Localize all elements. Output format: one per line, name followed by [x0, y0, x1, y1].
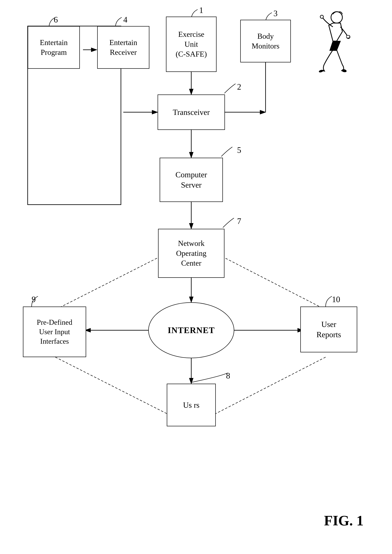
number-6: 6 [54, 15, 58, 24]
number-7: 7 [237, 216, 241, 226]
user-reports-box: UserReports [300, 306, 357, 352]
dot-noc-userreports [215, 253, 326, 310]
dot-noc-predefined [55, 253, 168, 310]
internet-ellipse: INTERNET [148, 302, 234, 358]
callout-10 [326, 296, 332, 306]
users-label: Us rs [183, 400, 199, 410]
body-monitors-box: BodyMonitors [240, 20, 291, 62]
number-9: 9 [32, 295, 36, 304]
exercise-unit-label: ExerciseUnit(C-SAFE) [176, 29, 207, 59]
svg-point-2 [331, 12, 342, 23]
number-5: 5 [237, 145, 241, 155]
entertain-receiver-box: EntertainReceiver [97, 26, 149, 69]
entertain-program-label: Entertain Program [28, 38, 79, 57]
body-monitors-label: BodyMonitors [252, 31, 280, 51]
transceiver-box: Transceiver [158, 95, 225, 130]
callout-7 [223, 218, 234, 228]
callout-5 [221, 147, 232, 156]
computer-server-box: ComputerServer [160, 158, 223, 202]
exercise-unit-box: ExerciseUnit(C-SAFE) [166, 17, 217, 72]
users-box: Us rs [167, 384, 216, 426]
network-operating-center-box: NetworkOperatingCenter [158, 229, 224, 278]
svg-rect-6 [346, 35, 350, 38]
transceiver-label: Transceiver [173, 107, 210, 118]
diagram-container: Entertain Program 6 EntertainReceiver 4 … [0, 0, 392, 554]
number-3: 3 [273, 9, 278, 18]
dot-predefined-users [55, 357, 168, 414]
network-operating-center-label: NetworkOperatingCenter [176, 238, 206, 268]
svg-point-4 [320, 15, 323, 18]
fig-label: FIG. 1 [324, 512, 364, 529]
number-2: 2 [237, 82, 241, 91]
runner-figure [296, 9, 356, 85]
number-1: 1 [199, 6, 203, 15]
user-reports-label: UserReports [316, 319, 341, 340]
internet-label: INTERNET [168, 325, 215, 335]
number-10: 10 [332, 295, 340, 304]
callout-2 [224, 84, 236, 93]
entertain-program-box: Entertain Program [28, 26, 80, 69]
pre-defined-box: Pre-DefinedUser InputInterfaces [23, 306, 86, 357]
computer-server-label: ComputerServer [175, 170, 207, 190]
pre-defined-label: Pre-DefinedUser InputInterfaces [37, 318, 72, 346]
entertain-receiver-label: EntertainReceiver [109, 38, 137, 57]
callout-8 [191, 373, 228, 382]
dot-userreports-users [215, 357, 326, 414]
number-4: 4 [123, 15, 127, 24]
number-8: 8 [226, 371, 230, 380]
